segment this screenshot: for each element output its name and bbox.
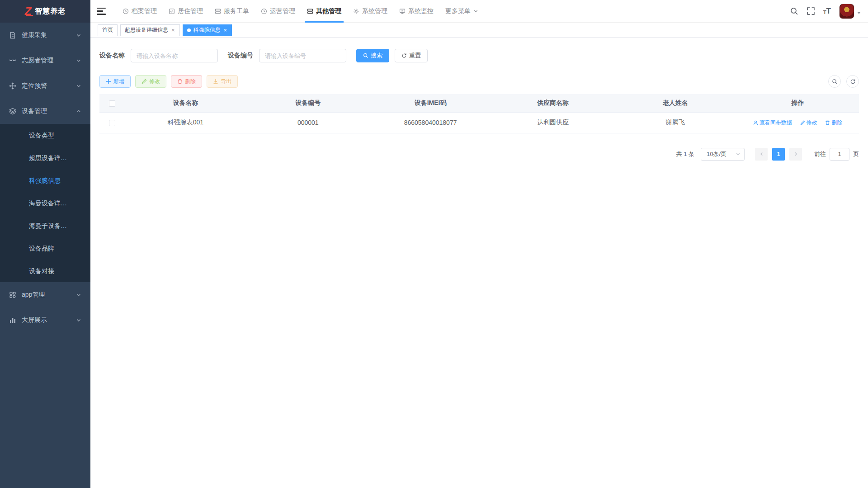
download-icon bbox=[213, 79, 218, 84]
device-code-input[interactable] bbox=[259, 49, 346, 62]
nav-item-more-menu[interactable]: 更多菜单 bbox=[439, 0, 484, 23]
sidebar-item-chaosi-device[interactable]: 超思设备详… bbox=[0, 147, 90, 169]
page-number-1[interactable]: 1 bbox=[772, 148, 785, 161]
tab-label: 首页 bbox=[102, 26, 113, 34]
active-dot bbox=[187, 28, 191, 32]
device-name-input[interactable] bbox=[131, 49, 218, 62]
row-edit-link[interactable]: 修改 bbox=[800, 119, 817, 127]
reset-button[interactable]: 重置 bbox=[395, 49, 428, 62]
cell-device-name: 科强腕表001 bbox=[124, 112, 247, 133]
nav-label: 居住管理 bbox=[178, 7, 203, 15]
view-sync-data-link[interactable]: 查看同步数据 bbox=[753, 119, 792, 127]
close-icon[interactable]: × bbox=[171, 27, 175, 33]
page-size-value: 10条/页 bbox=[707, 150, 726, 158]
refresh-icon bbox=[401, 53, 407, 58]
col-device-name: 设备名称 bbox=[124, 94, 247, 112]
sidebar-item-label: 志愿者管理 bbox=[22, 57, 76, 65]
page-suffix-label: 页 bbox=[853, 150, 859, 158]
tab-label: 科强腕信息 bbox=[193, 26, 221, 34]
sidebar-item-big-screen[interactable]: 大屏展示 bbox=[0, 308, 90, 333]
bar-chart-icon bbox=[9, 317, 16, 324]
layers-icon bbox=[9, 108, 16, 115]
sidebar-item-health-collect[interactable]: 健康采集 bbox=[0, 23, 90, 48]
chevron-down-icon bbox=[76, 292, 81, 298]
filter-form: 设备名称 设备编号 搜索 重置 bbox=[99, 49, 859, 62]
row-edit-label: 修改 bbox=[807, 119, 817, 127]
edit-button[interactable]: 修改 bbox=[135, 75, 166, 88]
trash-icon bbox=[177, 79, 183, 84]
page-size-select[interactable]: 10条/页 bbox=[701, 148, 745, 161]
trash-icon bbox=[825, 120, 830, 125]
nav-item-system-mgmt[interactable]: 系统管理 bbox=[347, 0, 393, 23]
search-button[interactable]: 搜索 bbox=[356, 49, 389, 62]
sidebar-item-haiman-sub-device[interactable]: 海曼子设备… bbox=[0, 214, 90, 237]
cell-supplier: 达利园供应 bbox=[491, 112, 614, 133]
gear-icon bbox=[353, 8, 359, 14]
next-page-button[interactable] bbox=[789, 148, 802, 161]
app-icon bbox=[9, 291, 16, 298]
nav-label: 其他管理 bbox=[316, 7, 341, 15]
nav-item-archive[interactable]: 档案管理 bbox=[117, 0, 163, 23]
sidebar-item-keqiang-wrist[interactable]: 科强腕信息 bbox=[0, 169, 90, 192]
sidebar-item-label: app管理 bbox=[22, 291, 76, 299]
pagination-total: 共 1 条 bbox=[676, 150, 694, 158]
edit-button-label: 修改 bbox=[149, 78, 160, 85]
tab-keqiang-wrist[interactable]: 科强腕信息 × bbox=[183, 24, 232, 36]
delete-button[interactable]: 删除 bbox=[171, 75, 202, 88]
chevron-down-icon bbox=[76, 317, 81, 323]
nav-item-residence[interactable]: 居住管理 bbox=[163, 0, 209, 23]
cell-actions: 查看同步数据 修改 删除 bbox=[736, 112, 859, 133]
nav-item-system-monitor[interactable]: 系统监控 bbox=[393, 0, 439, 23]
pagination-goto: 前往 页 bbox=[814, 148, 859, 161]
sidebar-item-device-brand[interactable]: 设备品牌 bbox=[0, 237, 90, 260]
add-button[interactable]: 新增 bbox=[99, 75, 131, 88]
sidebar-item-device-type[interactable]: 设备类型 bbox=[0, 124, 90, 147]
goto-page-input[interactable] bbox=[830, 148, 849, 161]
close-icon[interactable]: × bbox=[223, 27, 228, 33]
user-avatar[interactable] bbox=[839, 4, 854, 19]
nav-item-other-mgmt[interactable]: 其他管理 bbox=[301, 0, 347, 23]
nav-label: 服务工单 bbox=[224, 7, 249, 15]
nav-label: 系统管理 bbox=[362, 7, 387, 15]
font-size-icon[interactable]: TT bbox=[823, 7, 831, 15]
nav-item-work-order[interactable]: 服务工单 bbox=[209, 0, 255, 23]
refresh-icon[interactable] bbox=[846, 75, 859, 88]
fullscreen-icon[interactable] bbox=[807, 7, 815, 15]
show-search-icon[interactable] bbox=[828, 75, 841, 88]
select-all-checkbox[interactable] bbox=[109, 100, 115, 107]
nav-label: 更多菜单 bbox=[445, 7, 471, 15]
tab-label: 超思设备详细信息 bbox=[125, 26, 168, 34]
caret-down-icon bbox=[857, 12, 861, 14]
row-delete-link[interactable]: 删除 bbox=[825, 119, 842, 127]
prev-page-button[interactable] bbox=[755, 148, 768, 161]
user-menu[interactable] bbox=[839, 4, 861, 19]
sidebar-item-device-dock[interactable]: 设备对接 bbox=[0, 260, 90, 282]
export-button[interactable]: 导出 bbox=[207, 75, 238, 88]
row-checkbox[interactable] bbox=[109, 120, 115, 126]
table-row[interactable]: 科强腕表001 000001 866058040018077 达利园供应 谢腾飞… bbox=[99, 112, 859, 133]
search-icon[interactable] bbox=[790, 7, 798, 15]
page-content: 设备名称 设备编号 搜索 重置 新增 bbox=[90, 38, 868, 488]
sidebar-item-device-mgmt[interactable]: 设备管理 bbox=[0, 99, 90, 124]
check-square-icon bbox=[169, 8, 175, 14]
panel-icon bbox=[215, 8, 221, 14]
main-area: 档案管理 居住管理 服务工单 运营管理 其他管理 系统管理 bbox=[90, 0, 868, 488]
nav-label: 档案管理 bbox=[132, 7, 157, 15]
sidebar-item-location-alert[interactable]: 定位预警 bbox=[0, 73, 90, 99]
header-right: TT bbox=[790, 4, 861, 19]
add-button-label: 新增 bbox=[113, 78, 124, 85]
crosshair-icon bbox=[9, 82, 16, 90]
sidebar-item-volunteer[interactable]: 志愿者管理 bbox=[0, 48, 90, 73]
hamburger-icon[interactable] bbox=[97, 8, 106, 15]
sidebar-item-haiman-device[interactable]: 海曼设备详… bbox=[0, 192, 90, 214]
nav-item-operation[interactable]: 运营管理 bbox=[255, 0, 301, 23]
clock-icon bbox=[261, 8, 267, 14]
sidebar-item-app-mgmt[interactable]: app管理 bbox=[0, 282, 90, 308]
device-table: 设备名称 设备编号 设备IMEI码 供应商名称 老人姓名 操作 科强腕表001 … bbox=[99, 94, 859, 133]
pencil-icon bbox=[142, 79, 147, 84]
col-actions: 操作 bbox=[736, 94, 859, 112]
tab-chaosi-device-detail[interactable]: 超思设备详细信息 × bbox=[120, 24, 180, 36]
chevron-up-icon bbox=[76, 109, 81, 114]
chevron-down-icon bbox=[76, 58, 81, 63]
tab-home[interactable]: 首页 bbox=[98, 24, 118, 36]
